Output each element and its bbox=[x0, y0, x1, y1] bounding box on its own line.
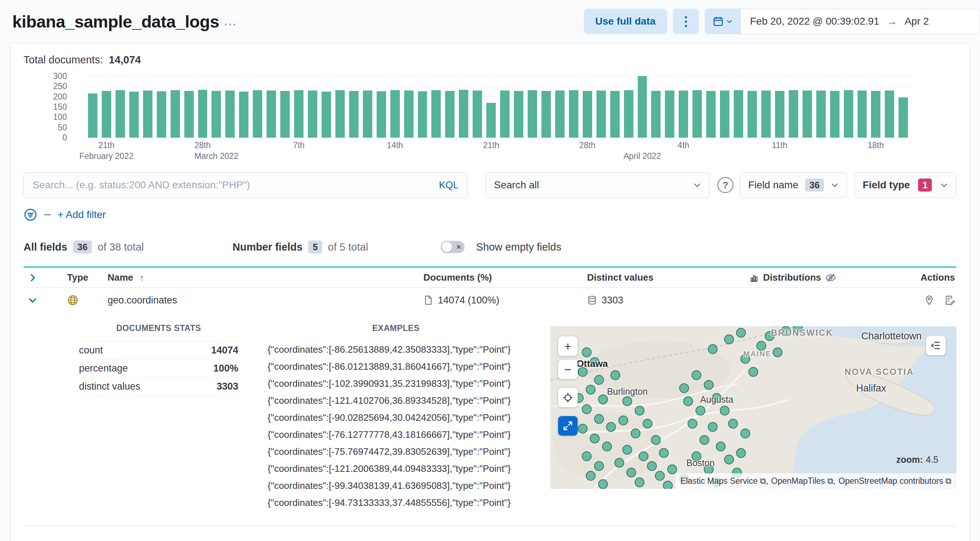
header: kibana_sample_data_logs ⋯ Use full data … bbox=[0, 0, 980, 43]
map-point bbox=[582, 347, 592, 357]
expand-icon bbox=[563, 421, 573, 431]
x-month-label: February 2022 bbox=[79, 151, 134, 161]
data-view-options-icon[interactable]: ⋯ bbox=[223, 17, 237, 32]
legend-toggle-button[interactable] bbox=[926, 336, 946, 355]
attribution-link[interactable]: OpenStreetMap contributors ⧉ bbox=[838, 476, 951, 486]
map-point bbox=[614, 458, 624, 468]
all-fields-total: of 38 total bbox=[98, 241, 144, 253]
map-point bbox=[602, 442, 612, 452]
map-label: Boston bbox=[686, 458, 714, 468]
map-point bbox=[683, 396, 693, 406]
histogram-bar bbox=[514, 91, 523, 138]
expand-all-button[interactable] bbox=[24, 273, 67, 282]
search-all-value: Search all bbox=[494, 179, 539, 191]
histogram-bar bbox=[610, 91, 620, 138]
date-end[interactable]: Apr 2 bbox=[905, 16, 929, 27]
geo-map[interactable]: BRUNSWICKCharlottetownMAINENOVA SCOTIAHa… bbox=[550, 326, 956, 489]
number-fields-label: Number fields bbox=[232, 241, 302, 253]
add-filter-button[interactable]: + Add filter bbox=[57, 209, 106, 221]
field-type-filter[interactable]: Field type 1 bbox=[854, 172, 956, 198]
map-point bbox=[749, 367, 758, 377]
field-type-count-badge: 1 bbox=[918, 178, 932, 192]
map-label: MAINE bbox=[743, 349, 772, 358]
show-empty-group: × Show empty fields bbox=[441, 241, 562, 253]
column-header-distributions[interactable]: Distributions bbox=[745, 272, 902, 283]
map-attribution: Elastic Maps Service ⧉,OpenMapTiles ⧉,Op… bbox=[675, 473, 956, 489]
eye-slash-icon[interactable] bbox=[826, 272, 836, 283]
map-point bbox=[598, 395, 608, 404]
zoom-out-button[interactable]: − bbox=[558, 360, 578, 379]
map-point bbox=[691, 370, 701, 380]
chevron-down-icon bbox=[831, 181, 839, 189]
histogram-bar bbox=[157, 91, 166, 138]
field-name-filter[interactable]: Field name 36 bbox=[740, 172, 847, 198]
map-pin-icon bbox=[924, 295, 935, 306]
x-tick-label: 11th bbox=[772, 140, 788, 150]
column-header-name[interactable]: Name ↑ bbox=[108, 272, 419, 283]
document-icon bbox=[423, 295, 433, 305]
kql-button[interactable]: KQL bbox=[439, 180, 458, 191]
zoom-in-button[interactable]: + bbox=[558, 336, 578, 356]
column-header-documents[interactable]: Documents (%) bbox=[419, 272, 583, 283]
number-fields-group: Number fields 5 of 5 total bbox=[232, 240, 368, 253]
edit-field-button[interactable] bbox=[944, 295, 955, 306]
x-tick-label: 28th bbox=[579, 140, 595, 150]
histogram-bar bbox=[143, 91, 153, 138]
expanded-field-details: DOCUMENTS STATS count14074percentage100%… bbox=[24, 312, 956, 526]
quick-select-button[interactable] bbox=[705, 9, 741, 34]
map-point bbox=[622, 396, 632, 406]
attribution-link[interactable]: Elastic Maps Service ⧉, bbox=[681, 476, 768, 486]
sampling-menu-button[interactable]: ⋮ bbox=[673, 9, 699, 34]
map-label: BRUNSWICK bbox=[771, 328, 833, 338]
map-point bbox=[651, 435, 660, 445]
number-fields-total: of 5 total bbox=[328, 241, 368, 253]
show-empty-fields-toggle[interactable]: × bbox=[441, 241, 465, 253]
collapse-row-button[interactable] bbox=[24, 296, 67, 305]
histogram-bar bbox=[665, 91, 675, 138]
y-tick-label: 50 bbox=[57, 123, 67, 132]
histogram-bar bbox=[871, 91, 880, 138]
histogram-bar bbox=[445, 91, 455, 138]
column-header-distinct-values[interactable]: Distinct values bbox=[583, 272, 745, 283]
map-label: Burlington bbox=[607, 386, 648, 396]
attribution-link[interactable]: OpenMapTiles ⧉, bbox=[771, 476, 835, 486]
field-documents-cell: 14074 (100%) bbox=[419, 295, 583, 306]
histogram-bar bbox=[638, 76, 647, 138]
example-value: {"coordinates":[-76.12777778,43.18166667… bbox=[267, 426, 550, 443]
filter-icon[interactable] bbox=[24, 208, 37, 222]
help-icon[interactable]: ? bbox=[718, 177, 733, 193]
histogram-bar bbox=[597, 91, 606, 138]
search-input[interactable] bbox=[33, 179, 433, 191]
x-tick-label: 18th bbox=[868, 140, 884, 150]
date-start[interactable]: Feb 20, 2022 @ 00:39:02.91 bbox=[750, 16, 879, 27]
map-point bbox=[627, 468, 636, 477]
map-point bbox=[728, 419, 738, 429]
y-tick-label: 250 bbox=[53, 81, 67, 91]
edit-document-icon bbox=[944, 295, 955, 306]
all-fields-group: All fields 36 of 38 total bbox=[24, 240, 144, 253]
calendar-icon bbox=[713, 16, 724, 27]
toggle-off-icon: × bbox=[456, 243, 461, 251]
map-point bbox=[716, 442, 726, 452]
example-value: {"coordinates":[-86.01213889,31.86041667… bbox=[267, 358, 550, 375]
map-point bbox=[622, 445, 632, 455]
x-axis-labels: 21th28th7th14th21th28th4th11th18thFebrua… bbox=[86, 140, 910, 164]
fit-to-data-button[interactable] bbox=[558, 388, 578, 407]
map-point bbox=[757, 341, 766, 350]
use-full-data-button[interactable]: Use full data bbox=[584, 9, 667, 34]
view-in-maps-button[interactable] bbox=[924, 295, 935, 306]
histogram-bar bbox=[198, 90, 207, 138]
stats-table: count14074percentage100%distinct values3… bbox=[78, 341, 239, 395]
example-value: {"coordinates":[-102.3990931,35.23199833… bbox=[267, 375, 550, 392]
histogram-bar bbox=[734, 90, 743, 138]
map-point bbox=[635, 406, 644, 416]
x-tick-label: 7th bbox=[293, 140, 305, 150]
y-tick-label: 150 bbox=[53, 102, 67, 112]
histogram-bar bbox=[899, 97, 908, 138]
histogram-bars bbox=[86, 76, 910, 138]
column-header-type[interactable]: Type bbox=[67, 272, 108, 283]
map-point bbox=[606, 422, 616, 432]
search-all-select[interactable]: Search all bbox=[486, 172, 710, 198]
map-point bbox=[708, 422, 718, 432]
expand-map-button[interactable] bbox=[558, 416, 578, 436]
